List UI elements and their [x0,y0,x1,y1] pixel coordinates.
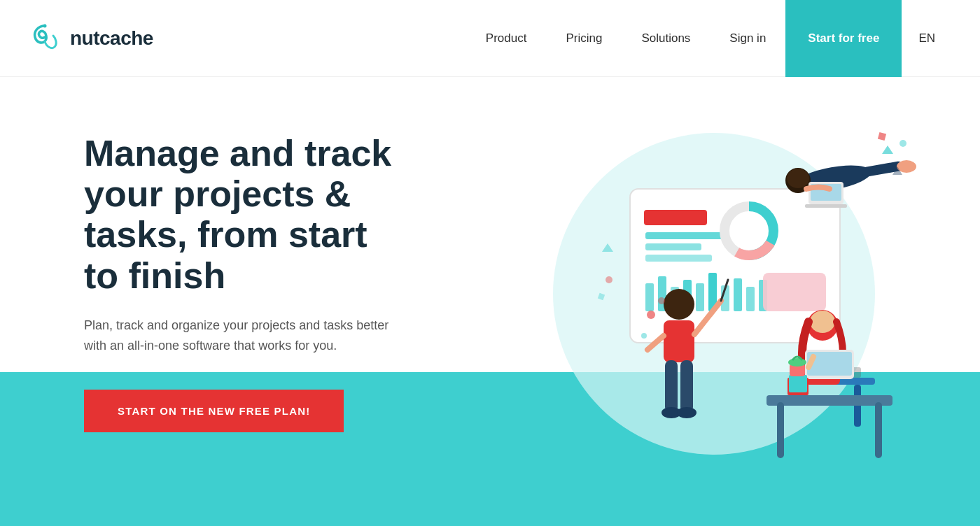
nav-product[interactable]: Product [466,31,547,45]
svg-point-58 [788,358,806,367]
svg-point-60 [641,333,647,339]
hero-subtitle: Plan, track and organize your projects a… [84,315,392,356]
svg-rect-34 [664,320,694,362]
nav-solutions[interactable]: Solutions [622,31,710,45]
header: nutcache Product Pricing Solutions Sign … [0,0,980,77]
svg-rect-28 [805,204,847,208]
svg-rect-17 [734,278,742,311]
hero-title: Manage and track your projects & tasks, … [84,133,392,296]
nav-cta-button[interactable]: Start for free [785,0,902,77]
svg-point-63 [606,276,612,283]
svg-rect-3 [644,210,707,225]
svg-point-25 [787,169,809,188]
svg-point-38 [677,407,696,418]
logo-icon [28,22,62,55]
svg-marker-29 [882,145,893,154]
svg-rect-5 [645,243,701,250]
logo-text: nutcache [70,27,153,50]
svg-rect-52 [766,395,892,406]
hero-content: Manage and track your projects & tasks, … [0,77,434,432]
svg-point-47 [810,311,835,333]
logo[interactable]: nutcache [28,22,153,55]
svg-rect-4 [645,232,722,239]
svg-point-59 [647,311,655,319]
main-nav: Product Pricing Solutions Sign in Start … [466,0,952,77]
svg-point-33 [664,289,694,320]
svg-rect-18 [746,287,755,311]
svg-rect-30 [878,132,886,141]
nav-language[interactable]: EN [902,31,952,45]
hero-section: Manage and track your projects & tasks, … [0,77,980,526]
svg-rect-14 [696,283,704,311]
svg-rect-6 [645,255,712,262]
nav-signin[interactable]: Sign in [710,31,785,45]
svg-point-61 [658,297,665,304]
svg-rect-20 [763,273,826,311]
svg-rect-36 [680,360,693,413]
svg-point-31 [899,140,906,147]
svg-rect-35 [665,360,678,413]
hero-illustration-svg [490,98,924,490]
svg-rect-56 [789,375,807,392]
svg-point-0 [43,24,47,27]
hero-cta-button[interactable]: START ON THE NEW FREE PLAN! [84,390,344,432]
nav-pricing[interactable]: Pricing [546,31,622,45]
hero-illustration [434,77,980,490]
svg-rect-10 [645,283,654,311]
